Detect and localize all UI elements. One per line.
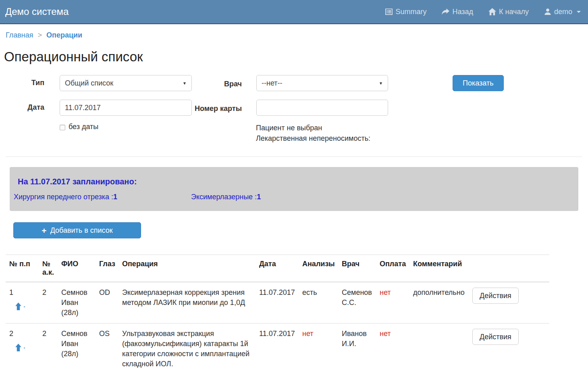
payment-cell: нет: [376, 324, 409, 375]
no-date-checkbox-group[interactable]: без даты: [60, 123, 153, 131]
operation-cell: Эксимерлазерная коррекция зрения методом…: [118, 282, 256, 324]
table-header-row: № п.п № а.к. ФИО Глаз Операция Дата Анал…: [6, 255, 549, 282]
category-label: Хирургия переднего отрезка :: [14, 193, 113, 201]
breadcrumb-separator: >: [38, 31, 42, 39]
card-number-input[interactable]: [256, 100, 388, 116]
arrow-up-icon: [15, 344, 21, 351]
nav-user-menu[interactable]: demo: [544, 8, 581, 16]
planned-summary-title: На 11.07.2017 запланировано:: [18, 177, 574, 186]
date-label: Дата: [6, 100, 44, 112]
type-select[interactable]: Общий список ▼: [60, 75, 192, 91]
select-caret-icon: ▼: [379, 81, 383, 86]
col-header-date: Дата: [256, 255, 299, 282]
col-header-payment: Оплата: [376, 255, 409, 282]
chevron-down-icon: [577, 11, 581, 13]
select-caret-icon: ▼: [183, 81, 187, 86]
nav-back[interactable]: Назад: [442, 8, 473, 16]
card-number-label: Номер карты: [192, 100, 242, 114]
move-up-link[interactable]: .: [15, 300, 35, 310]
actions-button[interactable]: Действия: [472, 288, 519, 304]
patient-name-cell: Семнов Иван (28л): [58, 324, 96, 375]
nav-user-label: demo: [554, 8, 572, 16]
patient-status-text: Пациент не выбран: [256, 123, 370, 133]
type-select-value: Общий список: [65, 79, 113, 88]
card-number-cell: 2: [39, 324, 58, 375]
category-count: 1: [257, 193, 261, 201]
col-header-num: № п.п: [6, 255, 39, 282]
nav-summary-label: Summary: [395, 8, 426, 16]
eye-cell: OD: [96, 282, 118, 324]
doctor-cell: Семенов С.С.: [338, 282, 376, 324]
arrow-up-icon: [15, 303, 21, 310]
operation-cell: Ультразвуковая экстракция (факоэмульсифи…: [118, 324, 256, 375]
doctor-select-value: --нет--: [262, 79, 283, 88]
table-row: 1 . 2 Семнов Иван (28л) OD Эксимерлазерн…: [6, 282, 549, 324]
app-brand[interactable]: Демо система: [5, 6, 69, 17]
card-number-cell: 2: [39, 282, 58, 324]
tests-cell: есть: [299, 282, 338, 324]
col-header-operation: Операция: [118, 255, 256, 282]
operations-table: № п.п № а.к. ФИО Глаз Операция Дата Анал…: [6, 255, 549, 374]
home-icon: [488, 8, 496, 15]
row-number: 1: [9, 288, 35, 298]
col-header-actions: [469, 255, 549, 282]
table-row: 2 . 2 Семнов Иван (28л) OS Ультразвукова…: [6, 324, 549, 375]
doctor-label: Врач: [192, 75, 242, 89]
add-to-list-button[interactable]: + Добавить в список: [13, 222, 141, 238]
col-header-eye: Глаз: [96, 255, 118, 282]
type-label: Тип: [6, 75, 44, 87]
date-cell: 11.07.2017: [256, 324, 299, 375]
doctor-select[interactable]: --нет-- ▼: [256, 75, 388, 91]
no-date-checkbox[interactable]: [60, 125, 65, 130]
planned-summary-banner: На 11.07.2017 запланировано: Хирургия пе…: [10, 167, 578, 211]
top-navbar: Демо система Summary Назад К началу demo: [0, 0, 588, 24]
col-header-card: № а.к.: [39, 255, 58, 282]
nav-summary[interactable]: Summary: [385, 8, 426, 16]
date-input[interactable]: [60, 100, 192, 116]
back-arrow-icon: [442, 8, 449, 15]
nav-home[interactable]: К началу: [488, 8, 529, 16]
category-count: 1: [113, 193, 117, 201]
eye-cell: OS: [96, 324, 118, 375]
nav-home-label: К началу: [499, 8, 529, 16]
drug-intolerance-label: Лекарственная непереносимость:: [256, 133, 370, 144]
date-cell: 11.07.2017: [256, 282, 299, 324]
move-link-dot: .: [23, 300, 25, 310]
add-to-list-label: Добавить в список: [50, 226, 113, 235]
breadcrumb: Главная > Операции: [6, 24, 582, 44]
col-header-tests: Анализы: [299, 255, 338, 282]
plus-icon: +: [42, 226, 46, 235]
patient-name-cell: Семнов Иван (28л): [58, 282, 96, 324]
payment-cell: нет: [376, 282, 409, 324]
show-button[interactable]: Показать: [453, 75, 504, 91]
doctor-cell: Иванов И.И.: [338, 324, 376, 375]
actions-button[interactable]: Действия: [472, 329, 519, 345]
comment-cell: дополнительно: [409, 282, 469, 324]
planned-category-anterior: Хирургия переднего отрезка :1: [14, 193, 191, 201]
col-header-fio: ФИО: [58, 255, 96, 282]
breadcrumb-current[interactable]: Операции: [46, 31, 82, 39]
user-icon: [544, 8, 551, 15]
comment-cell: [409, 324, 469, 375]
tests-cell: нет: [299, 324, 338, 375]
col-header-comment: Комментарий: [409, 255, 469, 282]
category-label: Эксимерлазерные :: [191, 193, 257, 201]
page-title: Операционный список: [4, 49, 582, 65]
breadcrumb-home-link[interactable]: Главная: [6, 31, 33, 39]
move-link-dot: .: [23, 341, 25, 351]
section-divider: [6, 157, 582, 157]
planned-category-excimer: Эксимерлазерные :1: [191, 193, 261, 201]
nav-back-label: Назад: [452, 8, 473, 16]
row-number: 2: [9, 329, 35, 339]
no-date-label: без даты: [69, 123, 98, 131]
summary-icon: [385, 8, 393, 15]
move-up-link[interactable]: .: [15, 341, 35, 351]
col-header-doctor: Врач: [338, 255, 376, 282]
